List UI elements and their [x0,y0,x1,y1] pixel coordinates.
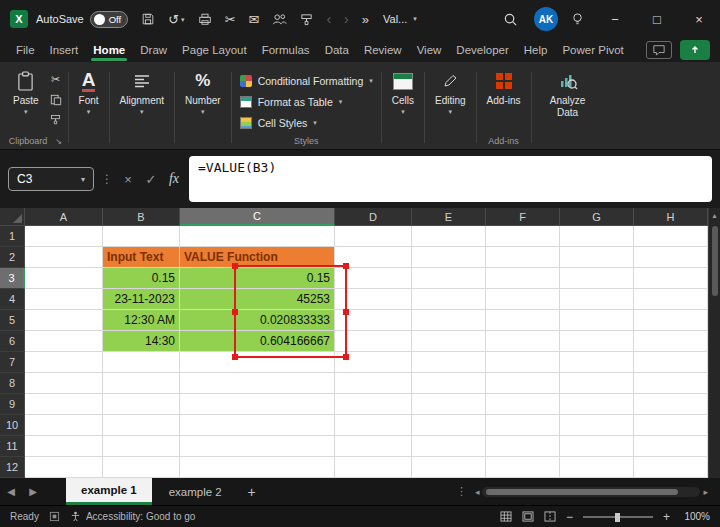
sheet-nav-left-button[interactable]: ◀ [0,486,22,497]
cell-G8[interactable] [560,373,634,394]
cell-A1[interactable] [25,226,103,247]
cell-A7[interactable] [25,352,103,373]
row-header-5[interactable]: 5 [0,310,25,331]
cell-F9[interactable] [486,394,560,415]
cell-F5[interactable] [486,310,560,331]
tab-help[interactable]: Help [524,44,548,56]
cell-D4[interactable] [335,289,412,310]
row-header-4[interactable]: 4 [0,289,25,310]
cell-H5[interactable] [634,310,708,331]
tab-file[interactable]: File [16,44,35,56]
cell-F12[interactable] [486,457,560,478]
enter-button[interactable]: ✓ [143,172,159,187]
column-header-C[interactable]: C [180,208,335,226]
save-button[interactable] [141,12,155,26]
cell-F4[interactable] [486,289,560,310]
cell-styles-button[interactable]: Cell Styles ▾ [235,114,322,131]
row-header-6[interactable]: 6 [0,331,25,352]
zoom-slider-thumb[interactable] [615,513,620,522]
cell-E6[interactable] [412,331,486,352]
row-header-11[interactable]: 11 [0,436,25,457]
paste-button[interactable]: Paste ▾ [6,66,46,119]
column-header-B[interactable]: B [103,208,180,226]
tab-power-pivot[interactable]: Power Pivot [562,44,623,56]
cell-C1[interactable] [180,226,335,247]
cell-C4[interactable]: 45253 [180,289,335,310]
cell-B1[interactable] [103,226,180,247]
tab-home[interactable]: Home [93,44,125,56]
cell-B5[interactable]: 12:30 AM [103,310,180,331]
close-button[interactable]: × [678,0,720,38]
cut-button[interactable]: ✂ [47,73,65,86]
zoom-out-button[interactable]: − [566,510,573,524]
cell-B7[interactable] [103,352,180,373]
cell-D10[interactable] [335,415,412,436]
cell-G12[interactable] [560,457,634,478]
format-as-table-button[interactable]: Format as Table ▾ [235,93,348,110]
format-painter-button[interactable] [47,113,65,126]
cell-D2[interactable] [335,247,412,268]
row-header-2[interactable]: 2 [0,247,25,268]
row-header-10[interactable]: 10 [0,415,25,436]
select-all-button[interactable] [0,208,25,226]
cell-D3[interactable] [335,268,412,289]
cell-A2[interactable] [25,247,103,268]
cell-C5[interactable]: 0.020833333 [180,310,335,331]
sheet-nav-right-button[interactable]: ▶ [22,486,44,497]
editing-button[interactable]: Editing ▾ [428,66,473,119]
comments-button[interactable] [646,41,672,59]
cell-H12[interactable] [634,457,708,478]
insert-function-button[interactable]: fx [166,171,182,187]
cell-A9[interactable] [25,394,103,415]
cell-H3[interactable] [634,268,708,289]
cell-C6[interactable]: 0.604166667 [180,331,335,352]
copy-button[interactable] [47,93,65,106]
cell-D8[interactable] [335,373,412,394]
column-header-A[interactable]: A [25,208,103,226]
format-painter-button[interactable] [300,13,313,26]
cell-B10[interactable] [103,415,180,436]
cell-H7[interactable] [634,352,708,373]
cell-B2[interactable]: Input Text [103,247,180,268]
tab-data[interactable]: Data [325,44,349,56]
cell-F11[interactable] [486,436,560,457]
cell-A4[interactable] [25,289,103,310]
document-name-dropdown[interactable]: Val...▾ [383,13,417,25]
cell-F7[interactable] [486,352,560,373]
cell-B8[interactable] [103,373,180,394]
cell-F8[interactable] [486,373,560,394]
cell-E8[interactable] [412,373,486,394]
formula-input[interactable]: =VALUE(B3) [189,156,712,202]
cell-C2[interactable]: VALUE Function [180,247,335,268]
cell-H10[interactable] [634,415,708,436]
dialog-launcher-icon[interactable]: ↘ [55,137,62,146]
cell-H11[interactable] [634,436,708,457]
sheet-tab-example-2[interactable]: example 2 [154,478,237,505]
share-contacts-button[interactable] [272,13,287,26]
cell-C7[interactable] [180,352,335,373]
cell-B11[interactable] [103,436,180,457]
sheet-options-button[interactable]: ⋮ [456,485,467,498]
cell-F6[interactable] [486,331,560,352]
zoom-level[interactable]: 100% [680,511,710,522]
cell-C11[interactable] [180,436,335,457]
minimize-button[interactable]: − [594,0,636,38]
cell-F2[interactable] [486,247,560,268]
horizontal-scroll-track[interactable] [482,487,700,497]
normal-view-button[interactable] [500,511,512,522]
cell-D5[interactable] [335,310,412,331]
accessibility-status[interactable]: Accessibility: Good to go [70,511,196,522]
column-header-H[interactable]: H [634,208,708,226]
tab-page-layout[interactable]: Page Layout [182,44,247,56]
cell-G7[interactable] [560,352,634,373]
cell-C9[interactable] [180,394,335,415]
cell-E1[interactable] [412,226,486,247]
maximize-button[interactable]: □ [636,0,678,38]
cell-H4[interactable] [634,289,708,310]
cell-E2[interactable] [412,247,486,268]
search-icon[interactable] [503,12,518,27]
analyze-data-button[interactable]: Analyze Data [535,66,601,121]
cell-A8[interactable] [25,373,103,394]
cell-C3-active[interactable]: 0.15 [180,268,335,289]
cancel-button[interactable]: × [120,172,136,187]
